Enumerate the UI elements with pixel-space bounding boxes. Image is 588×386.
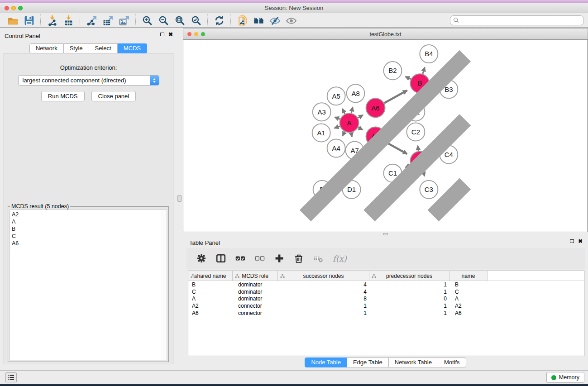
column-header-name[interactable]: name <box>449 271 488 281</box>
trash-button[interactable] <box>293 253 305 264</box>
tab-style[interactable]: Style <box>64 43 89 53</box>
zoom-fit-button[interactable] <box>172 14 188 27</box>
tab-network[interactable]: Network <box>29 43 64 53</box>
table-row[interactable]: Bdominator41B <box>188 281 584 288</box>
import-table-button[interactable] <box>60 14 76 27</box>
cell-successor-nodes: 1 <box>278 310 369 316</box>
gear-icon <box>196 253 206 263</box>
mcds-result-item[interactable]: A2 <box>10 210 167 218</box>
tab-motifs[interactable]: Motifs <box>438 357 466 367</box>
open-folder-icon <box>7 15 19 26</box>
mcds-result-item[interactable]: A <box>10 218 167 225</box>
toolbar-separator <box>80 14 80 26</box>
close-panel-button[interactable]: Close panel <box>91 91 136 101</box>
table-row[interactable]: Adominator80A <box>188 295 584 303</box>
mcds-result-item[interactable]: B <box>10 225 167 233</box>
open-folder-button[interactable] <box>5 14 21 27</box>
search-field[interactable] <box>450 15 584 25</box>
vertical-splitter[interactable] <box>177 28 183 370</box>
export-network-button[interactable] <box>83 14 100 27</box>
toolbar-separator <box>207 14 208 26</box>
cell-name: C <box>449 289 488 295</box>
zoom-in-icon <box>142 15 153 26</box>
control-panel: Control Panel ✖ NetworkStyleSelectMCDS O… <box>0 28 177 370</box>
trash-icon <box>294 253 304 263</box>
table-delete-icon <box>313 253 323 263</box>
dropdown-stepper-icon <box>150 76 159 85</box>
double-house-button[interactable] <box>250 14 267 27</box>
table-row[interactable]: A2connector11A2 <box>188 302 584 310</box>
cell-predecessor-nodes: 0 <box>369 295 449 302</box>
cell-MCDS-role: connector <box>233 303 278 309</box>
mcds-result-list[interactable]: A2ABCA6 <box>10 210 167 360</box>
table-delete-button[interactable] <box>312 253 324 264</box>
tab-select[interactable]: Select <box>89 43 118 53</box>
table-panel: Table Panel ✖ f(x) shared nameMCDS roles… <box>183 235 588 370</box>
mcds-result-item[interactable]: C <box>10 233 167 240</box>
cell-shared-name: A6 <box>188 310 233 316</box>
task-history-button[interactable] <box>5 372 17 382</box>
column-header-MCDS-role[interactable]: MCDS role <box>233 271 278 281</box>
close-panel-icon[interactable]: ✖ <box>168 32 173 37</box>
resize-grip-icon[interactable] <box>183 40 587 232</box>
run-mcds-button[interactable]: Run MCDS <box>41 91 85 101</box>
zoom-selected-button[interactable] <box>188 14 204 27</box>
export-image-button[interactable] <box>116 14 132 27</box>
refresh-button[interactable] <box>211 14 227 27</box>
mcds-list-scrollbar[interactable] <box>161 210 167 360</box>
mcds-result-group: MCDS result (5 nodes) A2ABCA6 <box>8 206 169 362</box>
main-toolbar <box>0 14 588 28</box>
column-header-shared-name[interactable]: shared name <box>188 271 233 281</box>
gear-button[interactable] <box>196 253 207 264</box>
table-row[interactable]: A6connector11A6 <box>188 310 584 317</box>
network-canvas[interactable]: AA5A8A3A1A4A7A6A2BB2B4B3B1C2CC4C1C3DD1 <box>183 40 588 232</box>
checked-pair-button[interactable] <box>234 253 246 264</box>
zoom-out-button[interactable] <box>155 14 172 27</box>
app-titlebar: Session: New Session <box>0 3 588 13</box>
control-panel-title: Control Panel <box>5 33 40 39</box>
export-table-button[interactable] <box>100 14 116 27</box>
save-floppy-button[interactable] <box>21 14 37 27</box>
cell-name: A <box>449 295 488 302</box>
search-input[interactable] <box>459 17 583 24</box>
table-row[interactable]: Cdominator41C <box>188 288 584 295</box>
tab-node-table[interactable]: Node Table <box>305 357 347 367</box>
unchecked-pair-button[interactable] <box>254 253 266 264</box>
toolbar-separator <box>135 14 136 26</box>
tab-edge-table[interactable]: Edge Table <box>347 357 389 367</box>
mcds-result-item[interactable]: A6 <box>10 240 167 247</box>
double-house-icon <box>253 15 264 26</box>
refresh-icon <box>214 15 225 26</box>
network-document-button[interactable] <box>234 14 250 27</box>
import-network-button[interactable] <box>44 14 60 27</box>
tab-mcds[interactable]: MCDS <box>118 43 147 53</box>
float-table-panel-icon[interactable] <box>570 239 574 243</box>
table-header: shared nameMCDS rolesuccessor nodesprede… <box>188 271 584 281</box>
column-header-predecessor-nodes[interactable]: predecessor nodes <box>369 271 449 281</box>
cell-name: B <box>449 281 488 288</box>
float-panel-icon[interactable] <box>160 33 164 36</box>
export-table-icon <box>102 15 114 26</box>
table-toolbar: f(x) <box>186 248 585 269</box>
eye-button[interactable] <box>283 14 299 27</box>
split-columns-button[interactable] <box>215 253 227 264</box>
close-table-panel-icon[interactable]: ✖ <box>578 239 583 243</box>
eye-slash-button[interactable] <box>267 14 283 27</box>
desktop-strip-bottom <box>0 384 588 386</box>
splitter-handle[interactable] <box>177 195 182 202</box>
function-builder-button[interactable]: f(x) <box>333 254 347 263</box>
cell-MCDS-role: connector <box>233 310 278 316</box>
search-icon <box>453 17 459 24</box>
column-header-successor-nodes[interactable]: successor nodes <box>278 271 369 281</box>
node-table: shared nameMCDS rolesuccessor nodesprede… <box>188 271 584 356</box>
memory-button[interactable]: Memory <box>546 372 584 383</box>
criterion-dropdown[interactable]: largest connected component (directed) <box>18 75 159 86</box>
table-type-tabs: Node TableEdge TableNetwork TableMotifs <box>183 357 588 367</box>
cell-successor-nodes: 1 <box>278 303 369 309</box>
zoom-in-button[interactable] <box>139 14 155 27</box>
hierarchy-icon <box>191 274 195 278</box>
plus-button[interactable] <box>273 253 285 264</box>
table-body: Bdominator41BCdominator41CAdominator80AA… <box>188 281 584 317</box>
eye-slash-icon <box>269 15 281 26</box>
tab-network-table[interactable]: Network Table <box>389 357 438 367</box>
